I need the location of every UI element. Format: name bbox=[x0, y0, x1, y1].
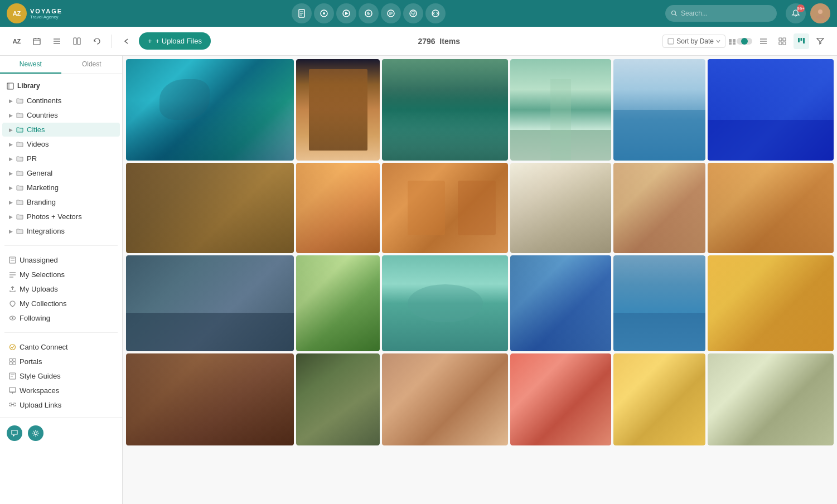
az-sort-button[interactable]: AZ bbox=[9, 33, 25, 49]
music-nav-icon[interactable] bbox=[359, 3, 379, 23]
photo-thumb-2-1[interactable] bbox=[296, 59, 380, 161]
sidebar-item-cities[interactable]: ▶ Cities bbox=[2, 123, 120, 137]
photo-thumb-2-2[interactable] bbox=[296, 163, 380, 253]
photo-thumb-4-2[interactable] bbox=[510, 163, 611, 253]
sidebar-item-canto-connect[interactable]: Canto Connect bbox=[2, 340, 120, 354]
library-section: Library ▶ Continents ▶ Countries ▶ bbox=[0, 74, 122, 243]
bottom-icon-2[interactable] bbox=[28, 425, 43, 441]
document-nav-icon[interactable] bbox=[292, 3, 312, 23]
sort-icon bbox=[667, 38, 674, 45]
tab-oldest[interactable]: Oldest bbox=[61, 56, 123, 74]
photo-thumb-6-4[interactable] bbox=[708, 353, 834, 445]
sidebar-item-branding-label: Branding bbox=[27, 198, 113, 206]
upload-button[interactable]: + + Upload Files bbox=[139, 32, 211, 50]
logo-area[interactable]: AZ VOYAGE Travel Agency bbox=[7, 3, 62, 23]
notification-button[interactable]: 99+ bbox=[786, 3, 806, 23]
photo-thumb-2-3[interactable] bbox=[296, 255, 380, 351]
photo-thumb-2-4[interactable] bbox=[296, 353, 380, 445]
search-input[interactable] bbox=[681, 9, 771, 17]
list-view-toggle[interactable] bbox=[756, 33, 771, 49]
logo-icon: AZ bbox=[7, 3, 27, 23]
grid-view-toggle[interactable] bbox=[775, 33, 790, 49]
sidebar-workspaces-label: Workspaces bbox=[20, 386, 113, 395]
library-header[interactable]: Library bbox=[0, 79, 122, 93]
library-icon bbox=[7, 83, 14, 90]
photo-thumb-1-4[interactable] bbox=[126, 353, 294, 445]
photo-thumb-3-4[interactable] bbox=[382, 353, 508, 445]
sidebar-divider-1 bbox=[4, 245, 118, 246]
chevron-icon: ▶ bbox=[9, 113, 13, 118]
sidebar: Newest Oldest Library ▶ Continents bbox=[0, 56, 123, 504]
masonry-view-toggle[interactable] bbox=[794, 33, 809, 49]
svg-rect-28 bbox=[78, 38, 80, 45]
folder-icon-active bbox=[16, 126, 23, 133]
sidebar-item-photos[interactable]: ▶ Photos + Vectors bbox=[2, 210, 120, 224]
photo-thumb-5-2[interactable] bbox=[613, 163, 706, 253]
tab-newest[interactable]: Newest bbox=[0, 56, 61, 74]
svg-rect-55 bbox=[9, 358, 12, 361]
sidebar-item-portals[interactable]: Portals bbox=[2, 355, 120, 369]
grid-nav-icon[interactable] bbox=[314, 3, 334, 23]
content-area bbox=[123, 56, 837, 504]
refresh-button[interactable] bbox=[89, 33, 105, 49]
photo-thumb-6-1[interactable] bbox=[708, 59, 834, 161]
sidebar-item-countries[interactable]: ▶ Countries bbox=[2, 108, 120, 122]
photo-thumb-1-2[interactable] bbox=[126, 163, 294, 253]
photo-thumb-4-1[interactable] bbox=[510, 59, 611, 161]
sidebar-item-pr[interactable]: ▶ PR bbox=[2, 152, 120, 166]
svg-rect-33 bbox=[733, 42, 736, 45]
code-nav-icon[interactable] bbox=[425, 3, 446, 23]
photo-thumb-5-3[interactable] bbox=[613, 255, 706, 351]
masonry-column-1 bbox=[126, 59, 294, 445]
photo-thumb-4-3[interactable] bbox=[510, 255, 611, 351]
size-slider[interactable] bbox=[737, 38, 752, 45]
photo-thumb-3-2[interactable] bbox=[382, 163, 508, 253]
photo-thumb-6-2[interactable] bbox=[708, 163, 834, 253]
sidebar-item-integrations[interactable]: ▶ Integrations bbox=[2, 224, 120, 238]
filter-button[interactable] bbox=[812, 33, 828, 49]
sidebar-item-following[interactable]: Following bbox=[2, 311, 120, 325]
sidebar-item-my-collections[interactable]: My Collections bbox=[2, 297, 120, 311]
bottom-icon-1[interactable] bbox=[7, 425, 22, 441]
sidebar-item-branding[interactable]: ▶ Branding bbox=[2, 195, 120, 209]
sidebar-item-countries-label: Countries bbox=[27, 111, 113, 119]
sort-button[interactable]: Sort by Date bbox=[662, 35, 725, 48]
item-count-display: 2796 Items bbox=[220, 37, 658, 46]
folder-icon bbox=[16, 155, 23, 162]
photo-thumb-1-3[interactable] bbox=[126, 255, 294, 351]
sidebar-item-general[interactable]: ▶ General bbox=[2, 166, 120, 180]
columns-button[interactable] bbox=[69, 33, 85, 49]
sidebar-item-integrations-label: Integrations bbox=[27, 227, 113, 235]
back-button[interactable] bbox=[119, 33, 134, 49]
sidebar-item-unassigned[interactable]: Unassigned bbox=[2, 253, 120, 267]
sidebar-item-style-guides[interactable]: Style Guides bbox=[2, 369, 120, 383]
sidebar-item-marketing[interactable]: ▶ Marketing bbox=[2, 181, 120, 195]
photo-thumb-4-4[interactable] bbox=[510, 353, 611, 445]
svg-point-19 bbox=[818, 9, 823, 14]
photo-thumb-6-3[interactable] bbox=[708, 255, 834, 351]
calendar-button[interactable] bbox=[29, 33, 45, 49]
play-nav-icon[interactable] bbox=[336, 3, 356, 23]
svg-rect-44 bbox=[7, 83, 13, 89]
monitor-nav-icon[interactable] bbox=[403, 3, 423, 23]
sidebar-item-upload-links[interactable]: Upload Links bbox=[2, 398, 120, 412]
search-bar[interactable] bbox=[665, 5, 777, 22]
nav-icons-group bbox=[76, 3, 661, 23]
sidebar-item-pr-label: PR bbox=[27, 154, 113, 163]
chat-icon bbox=[11, 429, 18, 437]
photo-thumb-1-1[interactable] bbox=[126, 59, 294, 161]
sidebar-item-my-selections[interactable]: My Selections bbox=[2, 268, 120, 282]
photo-thumb-5-4[interactable] bbox=[613, 353, 706, 445]
photo-thumb-3-3[interactable] bbox=[382, 255, 508, 351]
photo-thumb-3-1[interactable] bbox=[382, 59, 508, 161]
photo-thumb-5-1[interactable] bbox=[613, 59, 706, 161]
sidebar-item-workspaces[interactable]: Workspaces bbox=[2, 384, 120, 398]
text-nav-icon[interactable] bbox=[381, 3, 401, 23]
user-avatar[interactable] bbox=[810, 3, 830, 23]
sidebar-item-my-uploads[interactable]: My Uploads bbox=[2, 282, 120, 296]
sidebar-item-continents-label: Continents bbox=[27, 96, 113, 105]
list-view-button[interactable] bbox=[49, 33, 65, 49]
sidebar-item-continents[interactable]: ▶ Continents bbox=[2, 94, 120, 108]
sidebar-item-videos[interactable]: ▶ Videos bbox=[2, 137, 120, 151]
svg-point-66 bbox=[35, 432, 37, 435]
